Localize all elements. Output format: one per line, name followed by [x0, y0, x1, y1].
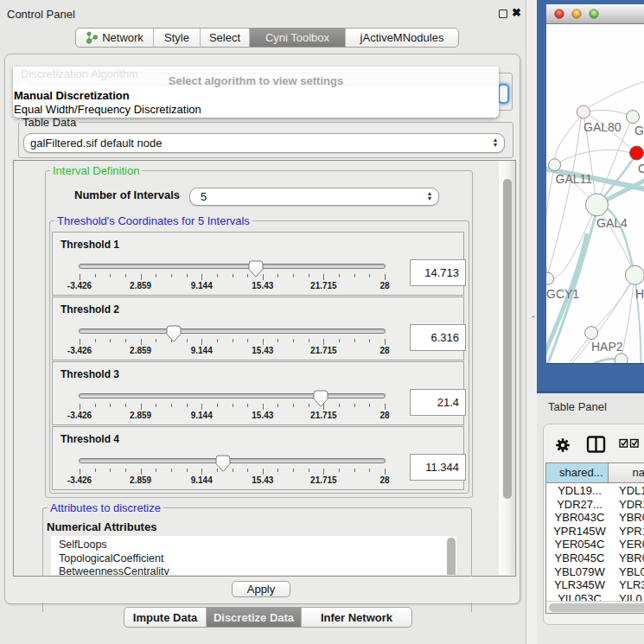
svg-text:GCY1: GCY1: [546, 287, 579, 301]
svg-text:GAL80: GAL80: [583, 120, 622, 134]
svg-text:GAL11: GAL11: [556, 172, 593, 186]
svg-text:H: H: [635, 287, 644, 301]
svg-text:C: C: [638, 162, 644, 175]
svg-text:GA: GA: [634, 124, 644, 137]
svg-text:GAL4: GAL4: [596, 216, 628, 230]
svg-text:HAP2: HAP2: [591, 340, 623, 354]
